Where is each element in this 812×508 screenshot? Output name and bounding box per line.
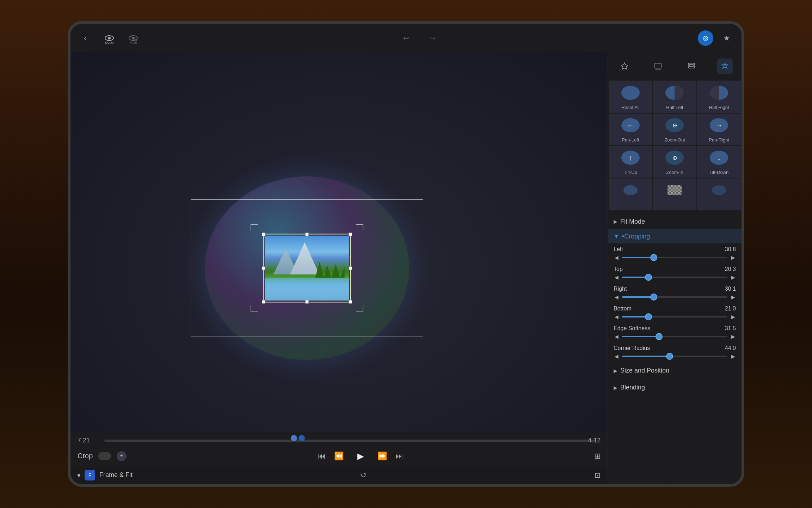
- target-button[interactable]: ◎: [698, 30, 713, 46]
- timeline-marker-1[interactable]: [291, 435, 297, 441]
- slider-bottom-track[interactable]: [622, 316, 727, 318]
- svg-point-1: [108, 37, 111, 40]
- handle-br[interactable]: [349, 300, 352, 304]
- handle-mr[interactable]: [349, 266, 352, 270]
- tab-crop[interactable]: [684, 59, 699, 74]
- skip-start-button[interactable]: ⏮: [318, 452, 326, 461]
- preset-half-right[interactable]: Half Right: [697, 81, 741, 113]
- crop-label: Crop: [78, 452, 93, 460]
- handle-tr[interactable]: [349, 233, 352, 236]
- slider-right-dec[interactable]: ◀: [614, 294, 619, 300]
- preset-half-left[interactable]: Half Left: [653, 81, 697, 113]
- slider-corner-radius-dec[interactable]: ◀: [614, 353, 619, 359]
- slider-right-label: Right: [614, 286, 627, 292]
- handle-tl[interactable]: [262, 233, 265, 236]
- fit-mode-label: Fit Mode: [620, 218, 645, 225]
- slider-corner-radius-track[interactable]: [622, 356, 727, 357]
- handle-bm[interactable]: [305, 300, 309, 304]
- undo-button[interactable]: ↩: [398, 30, 414, 46]
- preset-zoom-in[interactable]: ⊕ Zoom-In: [653, 146, 697, 178]
- timeline-marker-2[interactable]: [299, 435, 305, 441]
- slider-edge-softness-inc[interactable]: ▶: [730, 334, 736, 339]
- preset-tilt-down[interactable]: ↓ Tilt-Down: [697, 146, 741, 178]
- pan-right-icon: →: [710, 118, 728, 132]
- timeline-track[interactable]: [104, 440, 595, 442]
- slider-bottom-inc[interactable]: ▶: [730, 314, 736, 320]
- layer-name: Frame & Fit: [99, 471, 133, 479]
- skip-end-button[interactable]: ⏭: [395, 452, 403, 461]
- main-content: 7.21 4.12 Crop + ⏮ ⏪: [70, 52, 742, 484]
- slider-edge-softness-track[interactable]: [622, 336, 727, 337]
- layer-refresh-button[interactable]: ↺: [137, 471, 590, 479]
- favorites-button[interactable]: ★: [719, 30, 734, 46]
- slider-left-inc[interactable]: ▶: [730, 255, 736, 260]
- preset-grid: Reset All Half Left Half Right: [608, 80, 742, 211]
- crop-selection-box[interactable]: [263, 234, 351, 303]
- cropping-label: •Cropping: [622, 233, 650, 240]
- blending-chevron: ▶: [614, 385, 617, 391]
- bottom-toolbar: Crop + ⏮ ⏪ ▶ ⏩ ⏭ ⊞: [70, 446, 608, 466]
- size-position-label: Size and Position: [620, 367, 669, 374]
- pan-left-icon: ←: [621, 118, 640, 132]
- play-button[interactable]: ▶: [352, 448, 369, 465]
- playback-controls: ⏮ ⏪ ▶ ⏩ ⏭: [132, 448, 589, 465]
- size-position-chevron: ▶: [614, 368, 617, 374]
- slider-edge-softness-label: Edge Softness: [614, 325, 650, 332]
- svg-rect-5: [655, 63, 661, 68]
- eye-solo-button[interactable]: SOLO: [102, 30, 117, 46]
- cropping-section-header[interactable]: ▼ •Cropping: [608, 229, 742, 243]
- slider-top-track[interactable]: [622, 277, 727, 278]
- fit-mode-chevron: ▶: [614, 219, 617, 224]
- back-button[interactable]: ‹: [78, 30, 93, 46]
- preset-extra-2[interactable]: [653, 179, 697, 210]
- slider-edge-softness-dec[interactable]: ◀: [614, 334, 619, 339]
- zoom-in-icon: ⊕: [665, 151, 684, 165]
- preset-pan-left[interactable]: ← Pan-Left: [609, 114, 652, 145]
- slider-left: Left 30.8 ◀ ▶: [608, 243, 742, 263]
- slider-top-label: Top: [614, 266, 623, 272]
- slider-bottom-label: Bottom: [614, 306, 632, 312]
- layer-icon: F: [85, 470, 95, 480]
- slider-left-label: Left: [614, 246, 623, 253]
- add-button[interactable]: +: [117, 451, 127, 461]
- slider-right-value: 30.1: [725, 286, 736, 292]
- step-back-button[interactable]: ⏪: [334, 452, 344, 461]
- preset-extra-1[interactable]: [609, 179, 652, 210]
- slider-top-inc[interactable]: ▶: [730, 274, 736, 280]
- handle-bl[interactable]: [262, 300, 265, 304]
- preset-reset-all[interactable]: Reset All: [609, 81, 652, 113]
- blending-section[interactable]: ▶ Blending: [608, 379, 742, 396]
- preset-pan-right[interactable]: → Pan-Right: [697, 114, 741, 145]
- slider-bottom-dec[interactable]: ◀: [614, 314, 619, 320]
- slider-corner-radius-label: Corner Radius: [614, 345, 650, 351]
- preset-tilt-up[interactable]: ↑ Tilt-Up: [609, 146, 652, 178]
- slider-top-dec[interactable]: ◀: [614, 274, 619, 280]
- preset-zoom-out[interactable]: ⊖ Zoom-Out: [653, 114, 697, 145]
- eye-hide-button[interactable]: HIDE: [125, 30, 141, 46]
- slider-right-inc[interactable]: ▶: [730, 294, 736, 300]
- fit-mode-section[interactable]: ▶ Fit Mode: [608, 214, 742, 229]
- slider-left-track[interactable]: [622, 257, 727, 258]
- redo-button[interactable]: ↪: [425, 30, 441, 46]
- tab-effects[interactable]: [717, 59, 733, 74]
- slider-bottom-value: 21.0: [725, 306, 736, 312]
- slider-bottom: Bottom 21.0 ◀ ▶: [608, 303, 742, 322]
- slider-corner-radius: Corner Radius 44.0 ◀ ▶: [608, 342, 742, 362]
- landscape-image: [265, 236, 349, 301]
- slider-corner-radius-inc[interactable]: ▶: [730, 353, 736, 359]
- slider-left-dec[interactable]: ◀: [614, 255, 619, 260]
- tab-keyframes[interactable]: [650, 59, 666, 74]
- slider-right-track[interactable]: [622, 296, 727, 298]
- step-fwd-button[interactable]: ⏩: [377, 452, 387, 461]
- slider-right: Right 30.1 ◀ ▶: [608, 283, 742, 303]
- preset-extra-3[interactable]: [697, 179, 741, 210]
- tab-transitions[interactable]: [617, 59, 632, 74]
- crop-toggle[interactable]: [98, 452, 111, 460]
- layer-bar: F Frame & Fit ↺ ⊡: [70, 466, 608, 484]
- size-position-section[interactable]: ▶ Size and Position: [608, 362, 742, 379]
- layer-settings-button[interactable]: ⊡: [595, 471, 601, 479]
- right-panel: Reset All Half Left Half Right: [608, 52, 742, 484]
- time-right: 4.12: [579, 437, 601, 444]
- grid-button[interactable]: ⊞: [594, 452, 601, 461]
- controls-panel: ▶ Fit Mode ▼ •Cropping Left 30.8 ◀: [608, 211, 742, 484]
